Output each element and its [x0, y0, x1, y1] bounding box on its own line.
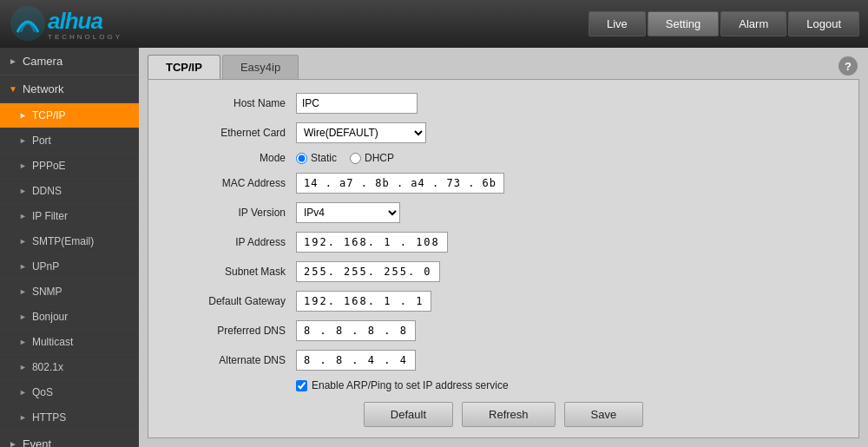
default-button[interactable]: Default	[364, 402, 453, 427]
mac-address-label: MAC Address	[166, 177, 296, 189]
sidebar-item-pppoe[interactable]: ► PPPoE	[0, 154, 139, 179]
sidebar-item-bonjour[interactable]: ► Bonjour	[0, 305, 139, 330]
sidebar-item-upnp[interactable]: ► UPnP	[0, 254, 139, 279]
alternate-dns-display[interactable]: 8 . 8 . 4 . 4	[296, 350, 416, 371]
host-name-label: Host Name	[166, 97, 296, 109]
ethernet-card-label: Ethernet Card	[166, 127, 296, 139]
sidebar-item-multicast-label: Multicast	[32, 336, 73, 348]
arp-ping-label[interactable]: Enable ARP/Ping to set IP address servic…	[296, 379, 509, 391]
sidebar-item-8021x[interactable]: ► 802.1x	[0, 355, 139, 380]
event-arrow-icon: ►	[9, 439, 17, 447]
setting-button[interactable]: Setting	[648, 11, 719, 36]
ethernet-card-value: Wire(DEFAULT)	[296, 122, 426, 143]
sidebar-item-snmp[interactable]: ► SNMP	[0, 279, 139, 305]
sidebar-item-camera-label: Camera	[23, 55, 62, 68]
sidebar-item-smtp-label: SMTP(Email)	[32, 235, 94, 247]
default-gateway-display[interactable]: 192. 168. 1 . 1	[296, 291, 431, 312]
tab-easy4ip[interactable]: Easy4ip	[222, 55, 299, 79]
sidebar-item-port-label: Port	[32, 135, 51, 147]
sidebar-item-pppoe-label: PPPoE	[32, 160, 66, 172]
sidebar-item-https[interactable]: ► HTTPS	[0, 405, 139, 431]
sidebar-item-ipfilter-label: IP Filter	[32, 210, 68, 222]
ipfilter-arrow-icon: ►	[19, 212, 27, 220]
arp-ping-text: Enable ARP/Ping to set IP address servic…	[312, 379, 509, 391]
live-button[interactable]: Live	[589, 11, 646, 36]
preferred-dns-display[interactable]: 8 . 8 . 8 . 8	[296, 320, 416, 341]
mode-static-radio[interactable]	[296, 153, 307, 164]
ip-address-display[interactable]: 192. 168. 1 . 108	[296, 232, 448, 253]
mode-dhcp-text: DHCP	[365, 152, 394, 164]
host-name-value	[296, 93, 418, 114]
refresh-button[interactable]: Refresh	[462, 402, 556, 427]
snmp-arrow-icon: ►	[19, 287, 27, 296]
sidebar-item-ipfilter[interactable]: ► IP Filter	[0, 204, 139, 229]
mode-label: Mode	[166, 152, 296, 164]
subnet-mask-label: Subnet Mask	[166, 266, 296, 278]
ethernet-card-row: Ethernet Card Wire(DEFAULT)	[166, 122, 841, 143]
sidebar-item-snmp-label: SNMP	[32, 286, 62, 298]
dahua-logo-icon	[9, 4, 48, 43]
upnp-arrow-icon: ►	[19, 262, 27, 271]
sidebar-item-upnp-label: UPnP	[32, 260, 59, 273]
ip-address-row: IP Address 192. 168. 1 . 108	[166, 232, 841, 253]
ip-version-select[interactable]: IPv4 IPv6	[296, 202, 400, 223]
sidebar-item-camera[interactable]: ► Camera	[0, 48, 139, 76]
smtp-arrow-icon: ►	[19, 237, 27, 246]
sidebar-item-network-label: Network	[23, 82, 64, 95]
sidebar-item-network[interactable]: ▼ Network	[0, 76, 139, 103]
sidebar-item-multicast[interactable]: ► Multicast	[0, 330, 139, 355]
alarm-button[interactable]: Alarm	[720, 11, 786, 36]
mode-dhcp-label[interactable]: DHCP	[350, 152, 394, 164]
camera-arrow-icon: ►	[9, 56, 17, 66]
host-name-row: Host Name	[166, 93, 841, 114]
sidebar-item-qos[interactable]: ► QoS	[0, 380, 139, 405]
sidebar-item-port[interactable]: ► Port	[0, 128, 139, 154]
mac-address-display: 14 . a7 . 8b . a4 . 73 . 6b	[296, 173, 504, 194]
mode-static-label[interactable]: Static	[296, 152, 337, 164]
qos-arrow-icon: ►	[19, 388, 27, 397]
content-area: TCP/IP Easy4ip ? Host Name Ethernet Card…	[139, 48, 868, 447]
save-button[interactable]: Save	[564, 402, 644, 427]
logo-area: alhua TECHNOLOGY	[9, 4, 122, 43]
header: alhua TECHNOLOGY Live Setting Alarm Logo…	[0, 0, 868, 48]
ip-address-label: IP Address	[166, 236, 296, 248]
pppoe-arrow-icon: ►	[19, 161, 27, 170]
sidebar-item-tcpip[interactable]: ► TCP/IP	[0, 103, 139, 128]
form-panel: Host Name Ethernet Card Wire(DEFAULT) Mo…	[148, 79, 859, 438]
nav-buttons: Live Setting Alarm Logout	[589, 11, 859, 36]
mode-dhcp-radio[interactable]	[350, 153, 361, 164]
default-gateway-row: Default Gateway 192. 168. 1 . 1	[166, 291, 841, 312]
preferred-dns-row: Preferred DNS 8 . 8 . 8 . 8	[166, 320, 841, 341]
mode-row: Mode Static DHCP	[166, 152, 841, 164]
ip-version-row: IP Version IPv4 IPv6	[166, 202, 841, 223]
alternate-dns-row: Alternate DNS 8 . 8 . 4 . 4	[166, 350, 841, 371]
sidebar-item-ddns-label: DDNS	[32, 185, 62, 197]
ethernet-card-select[interactable]: Wire(DEFAULT)	[296, 122, 426, 143]
multicast-arrow-icon: ►	[19, 338, 27, 346]
ip-version-label: IP Version	[166, 207, 296, 219]
subnet-mask-row: Subnet Mask 255. 255. 255. 0	[166, 261, 841, 282]
logo-text: alhua	[48, 8, 122, 35]
sidebar-item-ddns[interactable]: ► DDNS	[0, 179, 139, 204]
sidebar-item-smtp[interactable]: ► SMTP(Email)	[0, 229, 139, 254]
ip-version-value: IPv4 IPv6	[296, 202, 400, 223]
subnet-mask-display[interactable]: 255. 255. 255. 0	[296, 261, 440, 282]
sidebar-item-qos-label: QoS	[32, 386, 53, 398]
alternate-dns-label: Alternate DNS	[166, 354, 296, 366]
default-gateway-label: Default Gateway	[166, 295, 296, 307]
tab-tcpip[interactable]: TCP/IP	[148, 55, 220, 79]
host-name-input[interactable]	[296, 93, 418, 114]
arp-ping-row: Enable ARP/Ping to set IP address servic…	[166, 379, 841, 391]
logout-button[interactable]: Logout	[788, 11, 859, 36]
arp-ping-checkbox[interactable]	[296, 380, 307, 391]
bonjour-arrow-icon: ►	[19, 312, 27, 321]
sidebar-item-event[interactable]: ► Event	[0, 431, 139, 447]
mode-radio-group: Static DHCP	[296, 152, 394, 164]
tabs-bar: TCP/IP Easy4ip ?	[139, 48, 868, 79]
sidebar-item-tcpip-label: TCP/IP	[32, 109, 66, 122]
sidebar: ► Camera ▼ Network ► TCP/IP ► Port ► PPP…	[0, 48, 139, 447]
main-layout: ► Camera ▼ Network ► TCP/IP ► Port ► PPP…	[0, 48, 868, 447]
help-icon[interactable]: ?	[838, 56, 858, 76]
buttons-row: Default Refresh Save	[166, 402, 841, 427]
sidebar-item-bonjour-label: Bonjour	[32, 311, 68, 323]
